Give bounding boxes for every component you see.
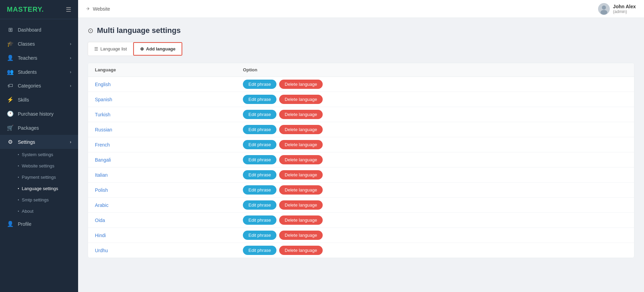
website-link[interactable]: Website — [93, 6, 110, 12]
edit-phrase-button[interactable]: Edit phrase — [243, 80, 276, 89]
language-cell: Turkish — [88, 107, 236, 122]
sidebar-item-label: Packages — [18, 125, 39, 131]
sidebar-item-skills[interactable]: ⚡ Skills — [0, 93, 78, 107]
language-cell: Hindi — [88, 228, 236, 243]
edit-phrase-button[interactable]: Edit phrase — [243, 110, 276, 119]
delete-language-button[interactable]: Delete language — [279, 80, 323, 89]
option-cell-td: Edit phraseDelete language — [236, 243, 634, 258]
sidebar-item-label: Classes — [18, 41, 35, 47]
tab-label: Add language — [146, 46, 175, 51]
delete-language-button[interactable]: Delete language — [279, 200, 323, 210]
delete-language-button[interactable]: Delete language — [279, 125, 323, 134]
sidebar-header: MASTERY. ☰ — [0, 0, 78, 19]
logo-text: MASTERY — [7, 5, 42, 13]
delete-language-button[interactable]: Delete language — [279, 231, 323, 240]
logo: MASTERY. — [7, 5, 44, 13]
delete-language-button[interactable]: Delete language — [279, 246, 323, 255]
skills-icon: ⚡ — [7, 96, 14, 103]
option-cell-td: Edit phraseDelete language — [236, 122, 634, 137]
teachers-icon: 👤 — [7, 55, 14, 61]
sub-item-label: About — [22, 209, 34, 214]
delete-language-button[interactable]: Delete language — [279, 110, 323, 119]
sidebar-item-categories[interactable]: 🏷 Categories › — [0, 79, 78, 93]
edit-phrase-button[interactable]: Edit phrase — [243, 246, 276, 255]
user-name: John Alex — [613, 4, 636, 9]
user-info: John Alex (admin) — [613, 4, 636, 14]
main-content: ✈ Website John Alex (admin) ⊙ Multi lang… — [78, 0, 644, 292]
page-title-icon: ⊙ — [88, 26, 94, 35]
option-cell-td: Edit phraseDelete language — [236, 137, 634, 152]
edit-phrase-button[interactable]: Edit phrase — [243, 200, 276, 210]
dashboard-icon: ⊞ — [7, 26, 14, 33]
sidebar-subitem-language-settings[interactable]: Language settings — [0, 183, 78, 194]
sidebar-subitem-website-settings[interactable]: Website settings — [0, 160, 78, 172]
topbar-left: ✈ Website — [86, 6, 110, 12]
edit-phrase-button[interactable]: Edit phrase — [243, 185, 276, 195]
sidebar: MASTERY. ☰ ⊞ Dashboard 🎓 Classes › 👤 Tea… — [0, 0, 78, 292]
topbar-right: John Alex (admin) — [598, 3, 636, 15]
sidebar-item-dashboard[interactable]: ⊞ Dashboard — [0, 23, 78, 37]
sidebar-item-purchase-history[interactable]: 🕐 Purchase history — [0, 107, 78, 121]
logo-dot: . — [42, 5, 44, 13]
delete-language-button[interactable]: Delete language — [279, 140, 323, 149]
sidebar-item-teachers[interactable]: 👤 Teachers › — [0, 51, 78, 65]
packages-icon: 🛒 — [7, 125, 14, 131]
user-role: (admin) — [613, 9, 636, 14]
language-cell: English — [88, 77, 236, 92]
table-header-row: Language Option — [88, 63, 634, 77]
sidebar-item-label: Skills — [18, 97, 29, 103]
delete-language-button[interactable]: Delete language — [279, 215, 323, 225]
edit-phrase-button[interactable]: Edit phrase — [243, 170, 276, 179]
delete-language-button[interactable]: Delete language — [279, 95, 323, 104]
delete-language-button[interactable]: Delete language — [279, 185, 323, 195]
purchase-history-icon: 🕐 — [7, 110, 14, 117]
tab-language-list[interactable]: ☰ Language list — [88, 43, 133, 55]
option-cell-td: Edit phraseDelete language — [236, 183, 634, 198]
table-row: EnglishEdit phraseDelete language — [88, 77, 634, 92]
sidebar-item-packages[interactable]: 🛒 Packages — [0, 121, 78, 135]
table-row: BangaliEdit phraseDelete language — [88, 152, 634, 167]
hamburger-icon[interactable]: ☰ — [66, 6, 71, 13]
language-cell: Urdhu — [88, 243, 236, 258]
chevron-icon: › — [70, 70, 71, 74]
delete-language-button[interactable]: Delete language — [279, 155, 323, 164]
sidebar-subitem-about[interactable]: About — [0, 206, 78, 217]
content-area: ⊙ Multi language settings ☰ Language lis… — [78, 18, 644, 292]
language-cell: Bangali — [88, 152, 236, 167]
sidebar-subitem-smtp-settings[interactable]: Smtp settings — [0, 194, 78, 206]
table-row: HindiEdit phraseDelete language — [88, 228, 634, 243]
delete-language-button[interactable]: Delete language — [279, 170, 323, 179]
sidebar-subitem-system-settings[interactable]: System settings — [0, 149, 78, 160]
sidebar-item-label: Teachers — [18, 55, 37, 61]
topbar: ✈ Website John Alex (admin) — [78, 0, 644, 18]
tab-label: Language list — [100, 46, 127, 51]
tab-icon: ☰ — [94, 46, 98, 51]
edit-phrase-button[interactable]: Edit phrase — [243, 215, 276, 225]
sidebar-item-settings[interactable]: ⚙ Settings › — [0, 135, 78, 149]
option-cell-td: Edit phraseDelete language — [236, 228, 634, 243]
edit-phrase-button[interactable]: Edit phrase — [243, 155, 276, 164]
edit-phrase-button[interactable]: Edit phrase — [243, 125, 276, 134]
option-cell-td: Edit phraseDelete language — [236, 77, 634, 92]
svg-point-2 — [600, 10, 607, 15]
table-row: RussianEdit phraseDelete language — [88, 122, 634, 137]
col-language: Language — [88, 63, 236, 77]
sub-item-label: Payment settings — [22, 175, 56, 180]
tab-add-language[interactable]: ⊕ Add language — [133, 42, 182, 56]
edit-phrase-button[interactable]: Edit phrase — [243, 95, 276, 104]
sidebar-item-profile[interactable]: 👤Profile — [0, 217, 78, 231]
edit-phrase-button[interactable]: Edit phrase — [243, 231, 276, 240]
edit-phrase-button[interactable]: Edit phrase — [243, 140, 276, 149]
sidebar-subitem-payment-settings[interactable]: Payment settings — [0, 172, 78, 183]
option-cell-td: Edit phraseDelete language — [236, 107, 634, 122]
table-row: ArabicEdit phraseDelete language — [88, 198, 634, 213]
table-head: Language Option — [88, 63, 634, 77]
table-row: SpanishEdit phraseDelete language — [88, 92, 634, 107]
option-cell-td: Edit phraseDelete language — [236, 152, 634, 167]
sidebar-nav: ⊞ Dashboard 🎓 Classes › 👤 Teachers › 👥 S… — [0, 19, 78, 292]
option-cell-td: Edit phraseDelete language — [236, 213, 634, 228]
sidebar-item-students[interactable]: 👥 Students › — [0, 65, 78, 79]
table-row: UrdhuEdit phraseDelete language — [88, 243, 634, 258]
sidebar-item-classes[interactable]: 🎓 Classes › — [0, 37, 78, 51]
language-cell: Oida — [88, 213, 236, 228]
